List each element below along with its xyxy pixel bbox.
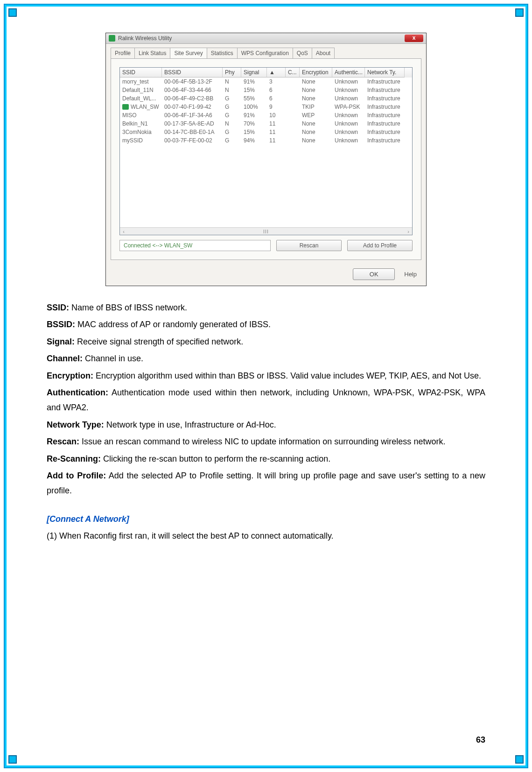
dialog-button-row: OK Help xyxy=(106,265,426,286)
list-cell: Infrastructure xyxy=(365,86,405,94)
tab-about[interactable]: About xyxy=(312,48,335,58)
list-cell: 00-06-4F-1F-34-A6 xyxy=(162,111,223,119)
ralink-utility-window: Ralink Wireless Utility x ProfileLink St… xyxy=(105,33,427,286)
list-cell: G xyxy=(223,136,241,145)
tab-bar: ProfileLink StatusSite SurveyStatisticsW… xyxy=(106,44,426,58)
list-cell: Unknown xyxy=(332,119,365,128)
network-row[interactable]: Belkin_N100-17-3F-5A-8E-ADN70%11NoneUnkn… xyxy=(120,119,412,128)
corner-square-icon xyxy=(515,755,524,764)
tab-qos[interactable]: QoS xyxy=(293,48,312,58)
list-cell xyxy=(286,119,300,128)
tab-wps-configuration[interactable]: WPS Configuration xyxy=(237,48,293,58)
list-cell: Unknown xyxy=(332,86,365,94)
list-cell: 11 xyxy=(267,136,286,145)
column-header[interactable]: Phy xyxy=(223,68,241,77)
list-cell: 15% xyxy=(241,128,267,136)
add-to-profile-button[interactable]: Add to Profile xyxy=(347,240,413,251)
network-row[interactable]: Default_WL...00-06-4F-49-C2-BBG55%6NoneU… xyxy=(120,94,412,103)
list-cell: None xyxy=(300,94,332,103)
scroll-right-arrow-icon[interactable]: › xyxy=(405,229,412,234)
list-cell: Infrastructure xyxy=(365,103,405,111)
list-cell: Unknown xyxy=(332,111,365,119)
network-list-view[interactable]: SSIDBSSIDPhySignal▲C...EncryptionAuthent… xyxy=(119,67,413,235)
list-cell: 100% xyxy=(241,103,267,111)
column-header[interactable]: ▲ xyxy=(267,68,286,77)
list-cell: Infrastructure xyxy=(365,136,405,145)
list-cell: 9 xyxy=(267,103,286,111)
connection-status: Connected <--> WLAN_SW xyxy=(119,240,271,251)
connected-icon xyxy=(122,104,129,110)
network-row[interactable]: mySSID00-03-7F-FE-00-02G94%11NoneUnknown… xyxy=(120,136,412,145)
list-cell xyxy=(286,94,300,103)
help-link[interactable]: Help xyxy=(404,271,420,278)
scroll-left-arrow-icon[interactable]: ‹ xyxy=(120,229,127,234)
column-header[interactable]: Signal xyxy=(241,68,267,77)
list-cell: N xyxy=(223,86,241,94)
list-body: morry_test00-06-4F-5B-13-2FN91%3NoneUnkn… xyxy=(120,77,412,145)
list-cell: mySSID xyxy=(120,136,162,145)
def-authentication: Authentication: Authentication mode used… xyxy=(47,385,485,415)
list-cell xyxy=(286,103,300,111)
app-icon xyxy=(109,35,115,42)
tab-link-status[interactable]: Link Status xyxy=(134,48,170,58)
list-cell: Infrastructure xyxy=(365,111,405,119)
list-cell: G xyxy=(223,103,241,111)
list-cell: N xyxy=(223,77,241,86)
list-cell: Default_WL... xyxy=(120,94,162,103)
list-header[interactable]: SSIDBSSIDPhySignal▲C...EncryptionAuthent… xyxy=(120,68,412,77)
list-cell: 3ComNokia xyxy=(120,128,162,136)
list-cell: None xyxy=(300,86,332,94)
list-cell: 15% xyxy=(241,86,267,94)
list-cell xyxy=(286,86,300,94)
panel-bottom-row: Connected <--> WLAN_SW Rescan Add to Pro… xyxy=(119,240,413,251)
horizontal-scrollbar[interactable]: ‹ III › xyxy=(120,227,412,235)
list-cell: TKIP xyxy=(300,103,332,111)
def-channel: Channel: Channel in use. xyxy=(47,351,485,366)
list-cell: Belkin_N1 xyxy=(120,119,162,128)
list-cell: 00-06-4F-49-C2-BB xyxy=(162,94,223,103)
list-cell: None xyxy=(300,77,332,86)
list-cell: None xyxy=(300,128,332,136)
network-row[interactable]: 3ComNokia00-14-7C-BB-E0-1AG15%11NoneUnkn… xyxy=(120,128,412,136)
tab-site-survey[interactable]: Site Survey xyxy=(170,48,207,58)
list-cell: 00-07-40-F1-99-42 xyxy=(162,103,223,111)
list-cell: morry_test xyxy=(120,77,162,86)
page-content: Ralink Wireless Utility x ProfileLink St… xyxy=(47,33,485,744)
list-cell: 94% xyxy=(241,136,267,145)
def-encryption: Encryption: Encryption algorithm used wi… xyxy=(47,368,485,383)
window-title: Ralink Wireless Utility xyxy=(118,35,172,42)
column-header[interactable]: C... xyxy=(286,68,300,77)
network-row[interactable]: Default_11N00-06-4F-33-44-66N15%6NoneUnk… xyxy=(120,86,412,94)
tab-profile[interactable]: Profile xyxy=(111,48,135,58)
scroll-thumb-icon[interactable]: III xyxy=(263,229,269,234)
def-signal: Signal: Receive signal strength of speci… xyxy=(47,334,485,349)
list-cell: WLAN_SW xyxy=(120,103,162,111)
network-row[interactable]: MISO00-06-4F-1F-34-A6G91%10WEPUnknownInf… xyxy=(120,111,412,119)
tab-statistics[interactable]: Statistics xyxy=(207,48,238,58)
corner-square-icon xyxy=(8,755,17,764)
list-cell: Infrastructure xyxy=(365,77,405,86)
def-rescanning: Re-Scanning: Clicking the re-scan button… xyxy=(47,451,485,466)
column-header[interactable]: BSSID xyxy=(162,68,223,77)
column-header[interactable]: Encryption xyxy=(300,68,332,77)
list-cell: Unknown xyxy=(332,77,365,86)
site-survey-panel: SSIDBSSIDPhySignal▲C...EncryptionAuthent… xyxy=(111,58,421,260)
rescan-button[interactable]: Rescan xyxy=(276,240,342,251)
list-cell: 91% xyxy=(241,111,267,119)
window-title-bar[interactable]: Ralink Wireless Utility x xyxy=(106,33,426,44)
window-close-button[interactable]: x xyxy=(405,35,423,42)
list-cell: MISO xyxy=(120,111,162,119)
list-cell: Unknown xyxy=(332,94,365,103)
column-header[interactable]: Authentic... xyxy=(332,68,365,77)
list-cell: 70% xyxy=(241,119,267,128)
list-cell: G xyxy=(223,94,241,103)
field-definitions: SSID: Name of BBS of IBSS network. BSSID… xyxy=(47,300,485,543)
list-cell: 3 xyxy=(267,77,286,86)
column-header[interactable]: SSID xyxy=(120,68,162,77)
ok-button[interactable]: OK xyxy=(353,268,395,280)
column-header[interactable]: Network Ty. xyxy=(365,68,405,77)
network-row[interactable]: morry_test00-06-4F-5B-13-2FN91%3NoneUnkn… xyxy=(120,77,412,86)
connect-step-1: (1) When Raconfig first ran, it will sel… xyxy=(47,528,485,543)
network-row[interactable]: WLAN_SW00-07-40-F1-99-42G100%9TKIPWPA-PS… xyxy=(120,103,412,111)
list-cell: 55% xyxy=(241,94,267,103)
